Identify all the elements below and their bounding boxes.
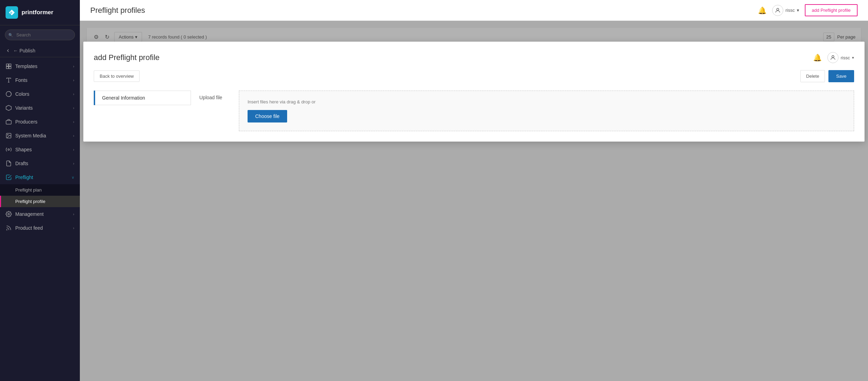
chevron-icon: › (73, 92, 74, 96)
section-tab-wrapper: General Information (94, 91, 191, 105)
svg-point-17 (832, 56, 834, 58)
main-content: Preflight profiles 🔔 rissc ▾ add Preflig… (80, 0, 868, 381)
modal-user-avatar (827, 52, 838, 63)
general-info-label: General Information (102, 95, 145, 101)
sidebar-item-preflight-profile[interactable]: Preflight profile (0, 196, 80, 207)
general-information-tab[interactable]: General Information (94, 91, 191, 105)
sidebar-item-system-media[interactable]: System Media › (0, 129, 80, 143)
logo-icon: p (6, 6, 18, 19)
top-header: Preflight profiles 🔔 rissc ▾ add Preflig… (80, 0, 868, 21)
sidebar-logo: p printformer (0, 0, 80, 25)
svg-rect-2 (6, 64, 8, 66)
modal-header-right: 🔔 rissc ▾ (813, 52, 854, 63)
modal-header: add Preflight profile 🔔 rissc ▾ (94, 52, 854, 63)
content-area: ⚙ ↻ Actions ▾ 7 records found ( 0 select… (80, 21, 868, 381)
sidebar-item-label: Fonts (15, 77, 27, 83)
modal-title: add Preflight profile (94, 53, 160, 62)
sidebar-item-label: Product feed (15, 225, 43, 231)
modal-main-content: Upload file Insert files here via drag &… (199, 91, 854, 131)
publish-nav[interactable]: ← Publish (0, 44, 80, 57)
upload-label: Upload file (199, 91, 231, 100)
chevron-icon: › (73, 78, 74, 82)
svg-rect-4 (6, 67, 8, 69)
sidebar: p printformer ← Publish Templates › Font… (0, 0, 80, 381)
back-to-overview-button[interactable]: Back to overview (94, 70, 140, 82)
sidebar-item-variants[interactable]: Variants › (0, 101, 80, 115)
delete-button[interactable]: Delete (800, 70, 825, 82)
sidebar-item-preflight-plan[interactable]: Preflight plan (0, 184, 80, 196)
svg-rect-10 (6, 120, 11, 124)
user-avatar (772, 5, 783, 16)
sidebar-item-label: Drafts (15, 161, 28, 166)
svg-point-12 (7, 134, 8, 135)
search-input[interactable] (5, 29, 75, 40)
add-preflight-profile-button[interactable]: add Preflight profile (805, 4, 858, 16)
user-name: rissc (785, 8, 795, 13)
svg-point-13 (8, 149, 10, 151)
upload-dropzone[interactable]: Insert files here via drag & drop or Cho… (239, 91, 854, 131)
sidebar-item-label: Templates (15, 64, 37, 69)
header-actions: 🔔 rissc ▾ add Preflight profile (758, 4, 858, 16)
chevron-icon: ∨ (72, 175, 74, 180)
notification-bell-icon[interactable]: 🔔 (758, 6, 767, 15)
sidebar-item-label: Preflight (15, 175, 33, 180)
sidebar-item-label: Variants (15, 105, 33, 111)
save-button[interactable]: Save (828, 70, 854, 82)
active-tab-indicator (94, 91, 95, 105)
sidebar-item-label: Colors (15, 91, 29, 97)
upload-hint-text: Insert files here via drag & drop or (248, 99, 845, 104)
search-wrapper (5, 29, 75, 40)
sidebar-item-drafts[interactable]: Drafts › (0, 156, 80, 170)
modal-bell-icon[interactable]: 🔔 (813, 53, 822, 62)
choose-file-button[interactable]: Choose file (248, 110, 287, 122)
chevron-icon: › (73, 120, 74, 124)
modal-user-dropdown-icon: ▾ (852, 56, 854, 60)
sidebar-item-label: Shapes (15, 147, 32, 152)
svg-marker-9 (6, 105, 11, 111)
preflight-profile-label: Preflight profile (15, 199, 45, 204)
sidebar-item-colors[interactable]: Colors › (0, 87, 80, 101)
chevron-icon: › (73, 161, 74, 166)
sidebar-item-label: Producers (15, 119, 37, 125)
chevron-icon: › (73, 226, 74, 230)
upload-section: Upload file Insert files here via drag &… (199, 91, 854, 131)
logo-text: printformer (22, 9, 53, 16)
sidebar-item-templates[interactable]: Templates › (0, 59, 80, 73)
modal-user-menu[interactable]: rissc ▾ (827, 52, 854, 63)
sidebar-item-management[interactable]: Management › (0, 207, 80, 221)
svg-point-14 (8, 213, 10, 215)
page-title: Preflight profiles (90, 6, 145, 15)
chevron-icon: › (73, 212, 74, 216)
chevron-icon: › (73, 106, 74, 110)
add-preflight-profile-modal: add Preflight profile 🔔 rissc ▾ Back to … (83, 42, 865, 142)
publish-label: ← Publish (13, 48, 35, 53)
chevron-icon: › (73, 147, 74, 152)
user-menu[interactable]: rissc ▾ (772, 5, 799, 16)
sidebar-item-product-feed[interactable]: Product feed › (0, 221, 80, 235)
user-dropdown-icon: ▾ (797, 8, 799, 13)
modal-action-row: Back to overview Delete Save (94, 70, 854, 82)
preflight-plan-label: Preflight plan (15, 187, 42, 193)
sidebar-item-fonts[interactable]: Fonts › (0, 73, 80, 87)
svg-text:p: p (10, 11, 12, 14)
svg-point-15 (7, 230, 7, 230)
svg-rect-3 (9, 64, 11, 66)
modal-sidebar: General Information (94, 91, 191, 131)
chevron-icon: › (73, 134, 74, 138)
sidebar-item-label: System Media (15, 133, 46, 138)
preflight-submenu: Preflight plan Preflight profile (0, 184, 80, 207)
sidebar-item-shapes[interactable]: Shapes › (0, 143, 80, 156)
modal-user-name: rissc (841, 55, 850, 60)
modal-save-delete: Delete Save (800, 70, 854, 82)
svg-rect-5 (9, 67, 11, 69)
sidebar-item-preflight[interactable]: Preflight ∨ (0, 170, 80, 184)
svg-point-16 (777, 8, 779, 10)
modal-body: General Information Upload file Insert f… (94, 91, 854, 131)
sidebar-search-area (0, 25, 80, 44)
chevron-icon: › (73, 64, 74, 68)
sidebar-item-label: Management (15, 211, 44, 217)
sidebar-item-producers[interactable]: Producers › (0, 115, 80, 129)
